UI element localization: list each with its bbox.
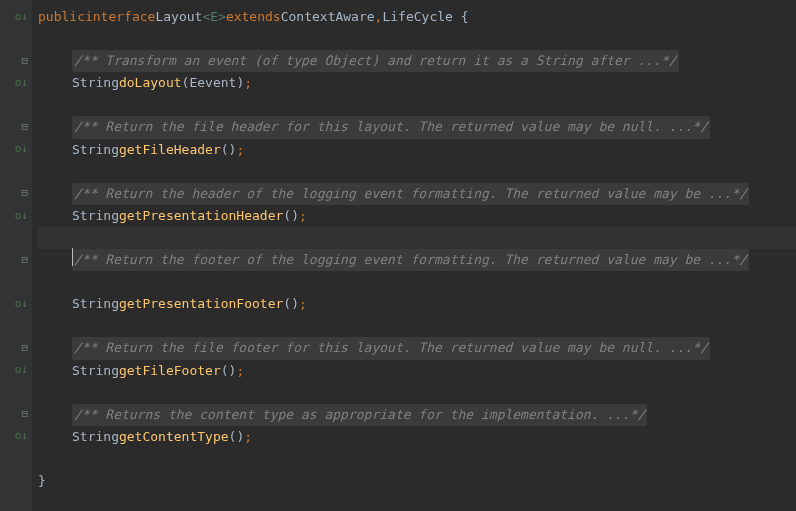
- code-line[interactable]: /** Return the footer of the logging eve…: [38, 249, 796, 271]
- fold-icon[interactable]: ⊟: [21, 405, 28, 424]
- paren-open: (: [221, 139, 229, 161]
- paren-close: ): [291, 293, 299, 315]
- return-type: String: [72, 72, 119, 94]
- code-line[interactable]: [38, 271, 796, 293]
- param-name: event: [197, 72, 236, 94]
- fold-icon[interactable]: ⊟: [21, 118, 28, 137]
- folded-javadoc[interactable]: /** Returns the content type as appropri…: [72, 404, 647, 426]
- type-name: ContextAware: [281, 6, 375, 28]
- method-name: getPresentationHeader: [119, 205, 283, 227]
- folded-javadoc[interactable]: /** Return the file footer for this layo…: [72, 337, 710, 359]
- keyword-interface: interface: [85, 6, 155, 28]
- code-line[interactable]: /** Return the file header for this layo…: [38, 116, 796, 138]
- keyword-extends: extends: [226, 6, 281, 28]
- generic-param: E: [210, 6, 218, 28]
- paren-close: ): [236, 426, 244, 448]
- code-line[interactable]: /** Return the file footer for this layo…: [38, 337, 796, 359]
- code-line[interactable]: /** Returns the content type as appropri…: [38, 404, 796, 426]
- method-name: getPresentationFooter: [119, 293, 283, 315]
- paren-open: (: [182, 72, 190, 94]
- paren-close: ): [229, 360, 237, 382]
- code-line[interactable]: /** Transform an event (of type Object) …: [38, 50, 796, 72]
- code-line[interactable]: [38, 94, 796, 116]
- type-name: Layout: [155, 6, 202, 28]
- code-line[interactable]: public interface Layout<E> extends Conte…: [38, 6, 796, 28]
- paren-open: (: [221, 360, 229, 382]
- return-type: String: [72, 139, 119, 161]
- paren-open: (: [283, 205, 291, 227]
- code-line[interactable]: [38, 161, 796, 183]
- code-line[interactable]: [38, 382, 796, 404]
- paren-open: (: [229, 426, 237, 448]
- override-icon[interactable]: o↓: [15, 361, 28, 380]
- override-icon[interactable]: o↓: [15, 74, 28, 93]
- folded-javadoc[interactable]: /** Return the header of the logging eve…: [72, 183, 749, 205]
- override-icon[interactable]: o↓: [15, 140, 28, 159]
- generic-close: >: [218, 6, 226, 28]
- paren-open: (: [283, 293, 291, 315]
- paren-close: ): [229, 139, 237, 161]
- code-line[interactable]: }: [38, 470, 796, 492]
- return-type: String: [72, 360, 119, 382]
- folded-javadoc[interactable]: /** Return the file header for this layo…: [72, 116, 710, 138]
- gutter: o↓ ⊟ o↓ ⊟ o↓ ⊟ o↓ ⊟ o↓ ⊟ o↓ ⊟ o↓: [0, 0, 32, 511]
- return-type: String: [72, 426, 119, 448]
- override-icon[interactable]: o↓: [15, 295, 28, 314]
- method-name: getFileFooter: [119, 360, 221, 382]
- semicolon: ;: [299, 293, 307, 315]
- brace-close: }: [38, 470, 46, 492]
- semicolon: ;: [299, 205, 307, 227]
- code-line[interactable]: [38, 315, 796, 337]
- text-caret-icon: [72, 248, 73, 266]
- folded-javadoc[interactable]: /** Transform an event (of type Object) …: [72, 50, 679, 72]
- semicolon: ;: [244, 72, 252, 94]
- fold-icon[interactable]: ⊟: [21, 52, 28, 71]
- code-line[interactable]: [38, 448, 796, 470]
- semicolon: ;: [236, 360, 244, 382]
- paren-close: ): [236, 72, 244, 94]
- code-line[interactable]: String getContentType();: [38, 426, 796, 448]
- override-icon[interactable]: o↓: [15, 8, 28, 27]
- code-line[interactable]: String getPresentationHeader();: [38, 205, 796, 227]
- generic-open: <: [202, 6, 210, 28]
- brace-open: {: [453, 6, 469, 28]
- semicolon: ;: [236, 139, 244, 161]
- param-type: E: [189, 72, 197, 94]
- semicolon: ;: [244, 426, 252, 448]
- code-editor[interactable]: public interface Layout<E> extends Conte…: [32, 0, 796, 511]
- fold-icon[interactable]: ⊟: [21, 251, 28, 270]
- fold-icon[interactable]: ⊟: [21, 339, 28, 358]
- code-line[interactable]: String getFileFooter();: [38, 360, 796, 382]
- method-name: getContentType: [119, 426, 229, 448]
- return-type: String: [72, 293, 119, 315]
- paren-close: ): [291, 205, 299, 227]
- code-line[interactable]: String getPresentationFooter();: [38, 293, 796, 315]
- code-line[interactable]: /** Return the header of the logging eve…: [38, 183, 796, 205]
- code-line[interactable]: String getFileHeader();: [38, 139, 796, 161]
- keyword-public: public: [38, 6, 85, 28]
- method-name: doLayout: [119, 72, 182, 94]
- override-icon[interactable]: o↓: [15, 207, 28, 226]
- method-name: getFileHeader: [119, 139, 221, 161]
- type-name: LifeCycle: [382, 6, 452, 28]
- code-line[interactable]: String doLayout(E event);: [38, 72, 796, 94]
- comma: ,: [375, 6, 383, 28]
- code-line[interactable]: [38, 28, 796, 50]
- override-icon[interactable]: o↓: [15, 427, 28, 446]
- folded-javadoc[interactable]: /** Return the footer of the logging eve…: [72, 249, 749, 271]
- code-line-active[interactable]: [38, 227, 796, 249]
- return-type: String: [72, 205, 119, 227]
- fold-icon[interactable]: ⊟: [21, 184, 28, 203]
